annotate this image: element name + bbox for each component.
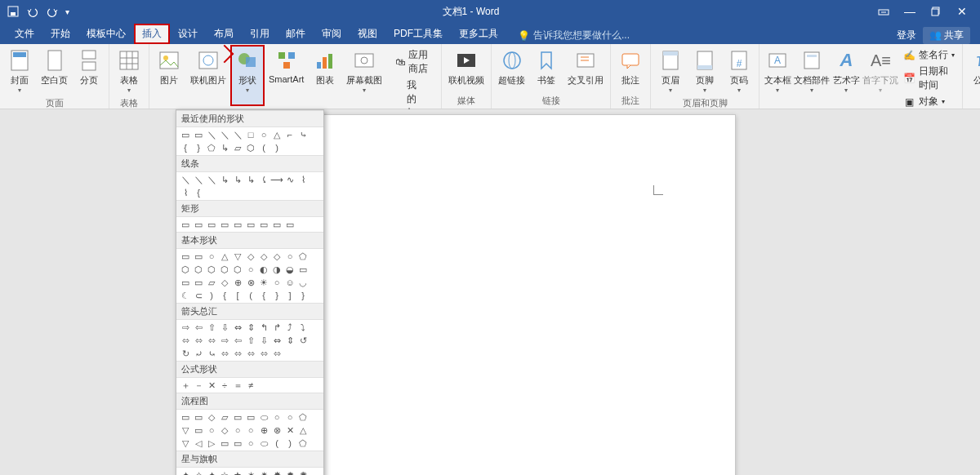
equation-button[interactable]: π公式▾ xyxy=(966,46,980,95)
shape-item[interactable]: ○ xyxy=(245,264,256,275)
shape-item[interactable]: ⬭ xyxy=(258,437,270,449)
shape-item[interactable]: ⬄ xyxy=(245,348,256,359)
shape-item[interactable]: ÷ xyxy=(219,380,230,391)
shape-item[interactable]: ▭ xyxy=(193,251,204,262)
shape-item[interactable]: ↳ xyxy=(219,174,230,185)
shape-item[interactable]: ▭ xyxy=(180,277,191,288)
shapes-button[interactable]: 形状▾ xyxy=(231,46,264,105)
shape-item[interactable]: － xyxy=(193,380,204,391)
shape-item[interactable]: ⇧ xyxy=(206,322,217,333)
shape-item[interactable]: ▭ xyxy=(206,219,217,230)
shape-item[interactable]: { xyxy=(193,187,204,198)
restore-icon[interactable] xyxy=(924,3,947,20)
shape-item[interactable]: △ xyxy=(271,129,283,140)
shape-item[interactable]: ＋ xyxy=(180,380,191,391)
shape-item[interactable]: ⊂ xyxy=(193,290,204,301)
shape-item[interactable]: ] xyxy=(284,290,296,301)
page-break-button[interactable]: 分页 xyxy=(73,46,105,95)
shape-item[interactable]: ▷ xyxy=(206,437,217,449)
shape-item[interactable]: ▱ xyxy=(206,277,217,288)
shape-item[interactable]: ⇦ xyxy=(193,322,204,333)
footer-button[interactable]: 页脚▾ xyxy=(688,46,721,95)
tab-file[interactable]: 文件 xyxy=(7,24,42,44)
shape-item[interactable]: ▽ xyxy=(180,424,191,436)
shape-item[interactable]: ☀ xyxy=(258,277,270,288)
shape-item[interactable]: ⇦ xyxy=(232,335,243,346)
shape-item[interactable]: ▭ xyxy=(232,437,243,449)
shape-item[interactable]: □ xyxy=(245,129,256,140)
shape-item[interactable]: ✕ xyxy=(206,380,217,391)
shape-item[interactable]: ＼ xyxy=(206,129,217,140)
shape-item[interactable]: ○ xyxy=(271,277,283,288)
shape-item[interactable]: ◇ xyxy=(219,277,230,288)
shape-item[interactable]: ▭ xyxy=(180,251,191,262)
shape-item[interactable]: ＼ xyxy=(193,174,204,185)
smartart-button[interactable]: SmartArt xyxy=(265,46,307,105)
shape-item[interactable]: ⊗ xyxy=(271,424,283,436)
shape-item[interactable]: ◑ xyxy=(271,264,283,275)
shape-item[interactable]: ○ xyxy=(232,424,243,436)
shape-item[interactable]: ✷ xyxy=(258,469,270,475)
shape-item[interactable]: ▽ xyxy=(232,251,243,262)
shape-item[interactable]: ⟶ xyxy=(271,174,283,185)
tell-me-search[interactable]: 💡 告诉我您想要做什么... xyxy=(514,27,633,44)
shape-item[interactable]: ○ xyxy=(206,251,217,262)
shape-item[interactable]: ⬠ xyxy=(206,142,217,153)
shape-item[interactable]: ↻ xyxy=(180,348,191,359)
shape-item[interactable]: ▭ xyxy=(193,411,204,423)
shape-item[interactable]: { xyxy=(258,290,270,301)
drop-cap-button[interactable]: A≡首字下沉▾ xyxy=(862,46,898,111)
shape-item[interactable]: ⇩ xyxy=(258,335,270,346)
shape-item[interactable]: ◇ xyxy=(219,424,230,436)
shape-item[interactable]: ★ xyxy=(232,469,243,475)
shape-item[interactable]: ↱ xyxy=(271,322,283,333)
shape-item[interactable]: ▱ xyxy=(219,411,230,423)
shape-item[interactable]: ⬭ xyxy=(258,411,270,423)
tab-home[interactable]: 开始 xyxy=(42,24,78,44)
shape-item[interactable]: ⤿ xyxy=(206,348,217,359)
shape-item[interactable]: ✕ xyxy=(284,424,296,436)
shape-item[interactable]: ⇔ xyxy=(271,335,283,346)
shape-item[interactable]: ▱ xyxy=(232,142,243,153)
quick-parts-button[interactable]: 文档部件▾ xyxy=(794,46,830,111)
tab-template[interactable]: 模板中心 xyxy=(78,24,134,44)
shape-item[interactable]: ◡ xyxy=(297,277,309,288)
shape-item[interactable]: ✦ xyxy=(180,469,191,475)
tab-design[interactable]: 设计 xyxy=(170,24,206,44)
date-time-button[interactable]: 📅日期和时间 xyxy=(902,64,958,93)
shape-item[interactable]: ◇ xyxy=(258,251,270,262)
shape-item[interactable]: ⇕ xyxy=(245,322,256,333)
shape-item[interactable]: ) xyxy=(284,437,296,449)
shape-item[interactable]: ⇕ xyxy=(284,335,296,346)
object-button[interactable]: ▣对象▾ xyxy=(902,94,958,109)
shape-item[interactable]: ▭ xyxy=(284,219,296,230)
tab-view[interactable]: 视图 xyxy=(350,24,385,44)
shape-item[interactable]: ▭ xyxy=(245,219,256,230)
login-link[interactable]: 登录 xyxy=(897,29,916,42)
shape-item[interactable]: ＼ xyxy=(206,174,217,185)
shape-item[interactable]: ✶ xyxy=(245,469,256,475)
shape-item[interactable]: { xyxy=(219,290,230,301)
shape-item[interactable]: ↳ xyxy=(219,142,230,153)
ribbon-options-icon[interactable] xyxy=(872,3,895,20)
shape-item[interactable]: ∿ xyxy=(284,174,296,185)
shape-item[interactable]: ⇨ xyxy=(219,335,230,346)
tab-mailings[interactable]: 邮件 xyxy=(278,24,314,44)
shape-item[interactable]: ⬡ xyxy=(206,264,217,275)
shape-item[interactable]: ☆ xyxy=(219,469,230,475)
shape-item[interactable]: ) xyxy=(206,290,217,301)
shape-item[interactable]: ⬄ xyxy=(258,348,270,359)
shape-item[interactable]: ( xyxy=(258,142,270,153)
shape-item[interactable]: ＼ xyxy=(180,174,191,185)
shape-item[interactable]: ⬄ xyxy=(206,335,217,346)
shape-item[interactable]: ◐ xyxy=(258,264,270,275)
shape-item[interactable]: ▭ xyxy=(219,219,230,230)
shape-item[interactable]: ↳ xyxy=(245,174,256,185)
shape-item[interactable]: ⌐ xyxy=(284,129,296,140)
shape-item[interactable]: ⤾ xyxy=(193,348,204,359)
shape-item[interactable]: ⌇ xyxy=(180,187,191,198)
tab-insert[interactable]: 插入 xyxy=(134,24,170,44)
shape-item[interactable]: ( xyxy=(245,290,256,301)
shape-item[interactable]: ⇩ xyxy=(219,322,230,333)
shape-item[interactable]: ◒ xyxy=(284,264,296,275)
